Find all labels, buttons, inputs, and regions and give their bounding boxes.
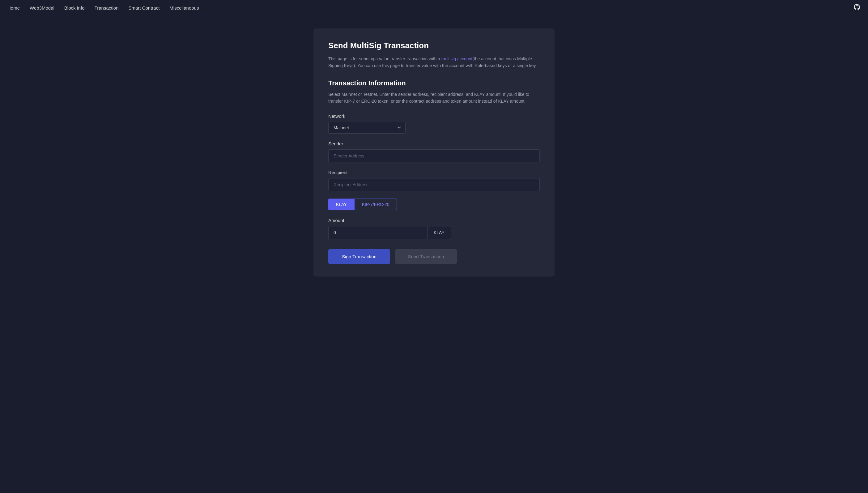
amount-unit: KLAY xyxy=(427,226,451,239)
nav-links: Home Web3Modal Block Info Transaction Sm… xyxy=(7,5,199,10)
sender-input[interactable] xyxy=(328,149,540,163)
section-description: Select Mainnet or Testnet. Enter the sen… xyxy=(328,91,540,105)
amount-input-group: KLAY xyxy=(328,226,540,239)
network-select[interactable]: Mainnet Testnet (Baobab) xyxy=(328,122,405,134)
amount-group: Amount KLAY xyxy=(328,218,540,239)
amount-input[interactable] xyxy=(328,226,427,239)
card: Send MultiSig Transaction This page is f… xyxy=(313,28,555,277)
github-icon[interactable] xyxy=(853,3,861,13)
sender-label: Sender xyxy=(328,141,540,146)
amount-label: Amount xyxy=(328,218,540,223)
button-row: Sign Transaction Send Transaction xyxy=(328,249,540,264)
network-label: Network xyxy=(328,113,540,119)
multisig-link[interactable]: multisig account xyxy=(441,56,472,61)
kiperc-token-button[interactable]: KIP-7/ERC-20 xyxy=(355,198,397,210)
klay-token-button[interactable]: KLAY xyxy=(328,198,355,210)
recipient-group: Recipient xyxy=(328,170,540,191)
network-group: Network Mainnet Testnet (Baobab) xyxy=(328,113,540,134)
nav-block-info[interactable]: Block Info xyxy=(64,5,85,10)
description-part1: This page is for sending a value transfe… xyxy=(328,56,441,61)
nav-web3modal[interactable]: Web3Modal xyxy=(30,5,54,10)
section-title: Transaction Information xyxy=(328,79,540,87)
nav-home[interactable]: Home xyxy=(7,5,20,10)
nav-miscellaneous[interactable]: Miscellaneous xyxy=(170,5,199,10)
page-description: This page is for sending a value transfe… xyxy=(328,56,540,69)
nav-transaction[interactable]: Transaction xyxy=(95,5,119,10)
sender-group: Sender xyxy=(328,141,540,163)
send-transaction-button: Send Transaction xyxy=(395,249,457,264)
main-content: Send MultiSig Transaction This page is f… xyxy=(0,16,868,289)
token-toggle: KLAY KIP-7/ERC-20 xyxy=(328,198,397,210)
nav-smart-contract[interactable]: Smart Contract xyxy=(128,5,159,10)
recipient-input[interactable] xyxy=(328,178,540,191)
sign-transaction-button[interactable]: Sign Transaction xyxy=(328,249,390,264)
recipient-label: Recipient xyxy=(328,170,540,175)
page-title: Send MultiSig Transaction xyxy=(328,41,540,50)
navigation: Home Web3Modal Block Info Transaction Sm… xyxy=(0,0,868,16)
